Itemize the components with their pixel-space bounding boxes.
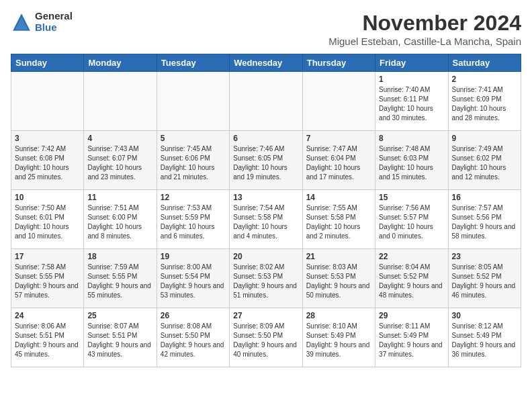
day-number: 12 bbox=[161, 193, 226, 202]
day-cell: 26Sunrise: 8:08 AM Sunset: 5:50 PM Dayli… bbox=[157, 308, 229, 367]
day-number: 29 bbox=[379, 311, 444, 320]
logo: General Blue bbox=[11, 11, 73, 33]
day-info: Sunrise: 7:42 AM Sunset: 6:08 PM Dayligh… bbox=[15, 144, 80, 182]
day-number: 25 bbox=[87, 311, 152, 320]
day-number: 1 bbox=[379, 75, 444, 84]
day-info: Sunrise: 7:51 AM Sunset: 6:00 PM Dayligh… bbox=[87, 203, 152, 241]
day-info: Sunrise: 8:10 AM Sunset: 5:49 PM Dayligh… bbox=[306, 322, 371, 359]
day-cell: 29Sunrise: 8:11 AM Sunset: 5:49 PM Dayli… bbox=[375, 308, 448, 367]
day-info: Sunrise: 7:56 AM Sunset: 5:57 PM Dayligh… bbox=[379, 203, 444, 241]
day-number: 6 bbox=[233, 134, 298, 143]
day-cell: 30Sunrise: 8:12 AM Sunset: 5:49 PM Dayli… bbox=[448, 308, 521, 367]
day-number: 22 bbox=[379, 252, 444, 261]
day-cell: 1Sunrise: 7:40 AM Sunset: 6:11 PM Daylig… bbox=[375, 72, 448, 131]
day-cell: 27Sunrise: 8:09 AM Sunset: 5:50 PM Dayli… bbox=[230, 308, 302, 367]
day-info: Sunrise: 7:46 AM Sunset: 6:05 PM Dayligh… bbox=[233, 144, 298, 182]
day-info: Sunrise: 8:02 AM Sunset: 5:53 PM Dayligh… bbox=[233, 263, 298, 300]
day-info: Sunrise: 7:40 AM Sunset: 6:11 PM Dayligh… bbox=[379, 85, 444, 123]
day-number: 28 bbox=[306, 311, 371, 320]
day-cell: 6Sunrise: 7:46 AM Sunset: 6:05 PM Daylig… bbox=[230, 131, 302, 190]
day-cell: 14Sunrise: 7:55 AM Sunset: 5:58 PM Dayli… bbox=[302, 190, 375, 249]
day-number: 26 bbox=[161, 311, 226, 320]
day-cell: 5Sunrise: 7:45 AM Sunset: 6:06 PM Daylig… bbox=[157, 131, 229, 190]
day-number: 9 bbox=[452, 134, 517, 143]
day-cell: 23Sunrise: 8:05 AM Sunset: 5:52 PM Dayli… bbox=[448, 249, 521, 308]
day-info: Sunrise: 8:07 AM Sunset: 5:51 PM Dayligh… bbox=[87, 322, 152, 359]
day-cell bbox=[84, 72, 157, 131]
day-cell: 2Sunrise: 7:41 AM Sunset: 6:09 PM Daylig… bbox=[448, 72, 521, 131]
day-cell: 16Sunrise: 7:57 AM Sunset: 5:56 PM Dayli… bbox=[448, 190, 521, 249]
logo-text: General Blue bbox=[35, 11, 73, 33]
day-info: Sunrise: 7:43 AM Sunset: 6:07 PM Dayligh… bbox=[87, 144, 152, 182]
day-cell: 12Sunrise: 7:53 AM Sunset: 5:59 PM Dayli… bbox=[157, 190, 229, 249]
weekday-saturday: Saturday bbox=[448, 54, 521, 72]
day-info: Sunrise: 7:48 AM Sunset: 6:03 PM Dayligh… bbox=[379, 144, 444, 182]
day-info: Sunrise: 7:59 AM Sunset: 5:55 PM Dayligh… bbox=[87, 263, 152, 300]
day-number: 30 bbox=[452, 311, 517, 320]
day-info: Sunrise: 8:12 AM Sunset: 5:49 PM Dayligh… bbox=[452, 322, 517, 359]
logo-general: General bbox=[35, 11, 73, 22]
day-info: Sunrise: 8:06 AM Sunset: 5:51 PM Dayligh… bbox=[15, 322, 80, 359]
day-cell: 10Sunrise: 7:50 AM Sunset: 6:01 PM Dayli… bbox=[11, 190, 84, 249]
weekday-thursday: Thursday bbox=[302, 54, 375, 72]
day-number: 27 bbox=[233, 311, 298, 320]
weekday-wednesday: Wednesday bbox=[230, 54, 302, 72]
day-cell bbox=[11, 72, 84, 131]
day-number: 24 bbox=[15, 311, 80, 320]
day-cell: 3Sunrise: 7:42 AM Sunset: 6:08 PM Daylig… bbox=[11, 131, 84, 190]
location-title: Miguel Esteban, Castille-La Mancha, Spai… bbox=[328, 36, 521, 47]
day-cell: 4Sunrise: 7:43 AM Sunset: 6:07 PM Daylig… bbox=[84, 131, 157, 190]
day-number: 5 bbox=[161, 134, 226, 143]
day-number: 3 bbox=[15, 134, 80, 143]
day-info: Sunrise: 8:04 AM Sunset: 5:52 PM Dayligh… bbox=[379, 263, 444, 300]
day-info: Sunrise: 8:03 AM Sunset: 5:53 PM Dayligh… bbox=[306, 263, 371, 300]
day-number: 11 bbox=[87, 193, 152, 202]
day-cell bbox=[230, 72, 302, 131]
day-cell: 24Sunrise: 8:06 AM Sunset: 5:51 PM Dayli… bbox=[11, 308, 84, 367]
day-cell: 19Sunrise: 8:00 AM Sunset: 5:54 PM Dayli… bbox=[157, 249, 229, 308]
weekday-header-row: SundayMondayTuesdayWednesdayThursdayFrid… bbox=[11, 54, 521, 72]
day-info: Sunrise: 7:54 AM Sunset: 5:58 PM Dayligh… bbox=[233, 203, 298, 241]
day-number: 17 bbox=[15, 252, 80, 261]
day-cell: 8Sunrise: 7:48 AM Sunset: 6:03 PM Daylig… bbox=[375, 131, 448, 190]
logo-icon bbox=[11, 11, 32, 33]
day-info: Sunrise: 7:47 AM Sunset: 6:04 PM Dayligh… bbox=[306, 144, 371, 182]
week-row-3: 10Sunrise: 7:50 AM Sunset: 6:01 PM Dayli… bbox=[11, 190, 521, 249]
week-row-4: 17Sunrise: 7:58 AM Sunset: 5:55 PM Dayli… bbox=[11, 249, 521, 308]
day-number: 13 bbox=[233, 193, 298, 202]
day-info: Sunrise: 7:53 AM Sunset: 5:59 PM Dayligh… bbox=[161, 203, 226, 241]
day-cell: 13Sunrise: 7:54 AM Sunset: 5:58 PM Dayli… bbox=[230, 190, 302, 249]
day-number: 8 bbox=[379, 134, 444, 143]
logo-blue: Blue bbox=[35, 22, 73, 34]
day-info: Sunrise: 8:09 AM Sunset: 5:50 PM Dayligh… bbox=[233, 322, 298, 359]
day-info: Sunrise: 7:58 AM Sunset: 5:55 PM Dayligh… bbox=[15, 263, 80, 300]
weekday-friday: Friday bbox=[375, 54, 448, 72]
day-cell: 17Sunrise: 7:58 AM Sunset: 5:55 PM Dayli… bbox=[11, 249, 84, 308]
day-info: Sunrise: 7:49 AM Sunset: 6:02 PM Dayligh… bbox=[452, 144, 517, 182]
day-cell: 15Sunrise: 7:56 AM Sunset: 5:57 PM Dayli… bbox=[375, 190, 448, 249]
day-number: 18 bbox=[87, 252, 152, 261]
page-header: General Blue November 2024 Miguel Esteba… bbox=[11, 11, 521, 47]
day-number: 15 bbox=[379, 193, 444, 202]
day-cell bbox=[302, 72, 375, 131]
day-number: 23 bbox=[452, 252, 517, 261]
day-cell: 22Sunrise: 8:04 AM Sunset: 5:52 PM Dayli… bbox=[375, 249, 448, 308]
week-row-5: 24Sunrise: 8:06 AM Sunset: 5:51 PM Dayli… bbox=[11, 308, 521, 367]
day-cell: 20Sunrise: 8:02 AM Sunset: 5:53 PM Dayli… bbox=[230, 249, 302, 308]
week-row-1: 1Sunrise: 7:40 AM Sunset: 6:11 PM Daylig… bbox=[11, 72, 521, 131]
week-row-2: 3Sunrise: 7:42 AM Sunset: 6:08 PM Daylig… bbox=[11, 131, 521, 190]
day-info: Sunrise: 7:55 AM Sunset: 5:58 PM Dayligh… bbox=[306, 203, 371, 241]
day-cell: 7Sunrise: 7:47 AM Sunset: 6:04 PM Daylig… bbox=[302, 131, 375, 190]
day-number: 14 bbox=[306, 193, 371, 202]
day-number: 16 bbox=[452, 193, 517, 202]
weekday-monday: Monday bbox=[84, 54, 157, 72]
day-info: Sunrise: 8:08 AM Sunset: 5:50 PM Dayligh… bbox=[161, 322, 226, 359]
weekday-sunday: Sunday bbox=[11, 54, 84, 72]
day-number: 10 bbox=[15, 193, 80, 202]
day-cell: 21Sunrise: 8:03 AM Sunset: 5:53 PM Dayli… bbox=[302, 249, 375, 308]
calendar-table: SundayMondayTuesdayWednesdayThursdayFrid… bbox=[11, 54, 521, 367]
day-number: 19 bbox=[161, 252, 226, 261]
day-number: 4 bbox=[87, 134, 152, 143]
day-number: 21 bbox=[306, 252, 371, 261]
day-cell: 9Sunrise: 7:49 AM Sunset: 6:02 PM Daylig… bbox=[448, 131, 521, 190]
